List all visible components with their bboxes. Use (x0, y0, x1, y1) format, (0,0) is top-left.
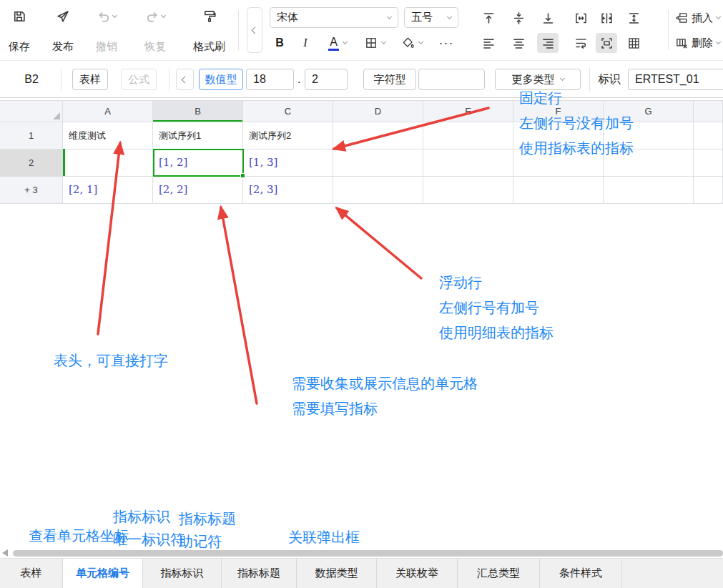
cell-c2[interactable]: [1, 3] (243, 150, 333, 177)
cell-partial[interactable] (694, 150, 723, 177)
align-top-button[interactable] (478, 8, 499, 28)
integer-digits-input[interactable]: 18 (246, 69, 294, 90)
chevron-down-icon (559, 76, 564, 81)
toolbar-divider (668, 10, 669, 50)
cell-d2[interactable] (333, 150, 423, 177)
align-left-button[interactable] (478, 33, 499, 53)
select-all-corner[interactable] (0, 101, 63, 122)
tab-table-style[interactable]: 表样 (0, 559, 63, 588)
cell-partial[interactable] (694, 177, 723, 204)
font-color-letter: A (328, 35, 339, 51)
publish-button[interactable]: 发布 (49, 6, 77, 54)
tab-condition-style[interactable]: 条件样式 (540, 559, 622, 588)
insert-icon (675, 11, 688, 24)
fixed-row-note: 固定行 左侧行号没有加号 使用指标表的指标 (519, 86, 634, 161)
column-header-c[interactable]: C (243, 101, 333, 122)
cell-reference[interactable]: B2 (10, 69, 53, 90)
format-painter-button[interactable]: 格式刷 (190, 6, 228, 54)
publish-label: 发布 (52, 40, 74, 53)
tab-cell-number[interactable]: 单元格编号 (63, 559, 143, 588)
align-right-icon (541, 36, 555, 50)
italic-button[interactable]: I (295, 33, 316, 53)
borders-button[interactable] (359, 33, 390, 53)
cell-a2[interactable] (63, 150, 153, 177)
decimal-digits-input[interactable]: 2 (305, 69, 348, 90)
border-icon (365, 36, 378, 49)
more-format-options-button[interactable]: ··· (433, 33, 459, 53)
redo-icon (145, 9, 159, 24)
tab-data-type[interactable]: 数据类型 (297, 559, 377, 588)
bold-button[interactable]: B (269, 33, 290, 53)
undo-button[interactable]: 撤销 (93, 6, 120, 54)
wrap-text-button[interactable] (570, 33, 591, 53)
align-bottom-icon (541, 11, 555, 25)
scroll-left-icon[interactable] (2, 549, 8, 557)
redo-button[interactable]: 恢复 (142, 6, 169, 54)
font-family-select[interactable]: 宋体 (270, 7, 398, 28)
fit-row-height-icon (627, 11, 641, 25)
row-header-2[interactable]: 2 (0, 150, 63, 177)
align-middle-button[interactable] (508, 8, 529, 28)
cell-a1[interactable]: 维度测试 (63, 122, 153, 150)
sheet-tab-bar: 表样 单元格编号 指标标识 指标标题 数据类型 关联枚举 汇总类型 条件样式 (0, 558, 723, 588)
cell-b1[interactable]: 测试序列1 (153, 122, 243, 150)
save-button[interactable]: 保存 (6, 6, 33, 54)
row-header-3-floating[interactable]: + 3 (0, 177, 63, 204)
tab-related-enum[interactable]: 关联枚举 (377, 559, 458, 588)
char-type-button[interactable]: 字符型 (363, 69, 416, 90)
cell-d1[interactable] (333, 122, 423, 150)
save-icon (12, 7, 26, 26)
delete-button[interactable]: 删除 (675, 33, 720, 53)
column-header-d[interactable]: D (333, 101, 423, 122)
insert-button[interactable]: 插入 (675, 8, 720, 28)
horizontal-scrollbar[interactable] (13, 550, 723, 557)
borders-grid-icon (627, 36, 641, 50)
cell-c1[interactable]: 测试序列2 (243, 122, 333, 150)
divider (61, 68, 62, 91)
split-cells-button[interactable] (596, 8, 617, 28)
fit-row-height-button[interactable] (623, 8, 644, 28)
align-center-button[interactable] (508, 33, 529, 53)
cell-g3[interactable] (604, 177, 694, 204)
identifier-input[interactable]: ERTEST_01 (628, 69, 723, 90)
cell-a3[interactable]: [2, 1] (63, 177, 153, 204)
column-header-partial[interactable] (694, 101, 723, 122)
all-borders-grid-button[interactable] (623, 33, 644, 53)
column-header-a[interactable]: A (63, 101, 153, 122)
fill-color-button[interactable] (396, 33, 428, 53)
align-bottom-button[interactable] (537, 8, 559, 28)
char-length-input[interactable] (418, 69, 485, 90)
table-style-button[interactable]: 表样 (72, 69, 108, 90)
tab-indicator-title[interactable]: 指标标题 (222, 559, 297, 588)
column-header-b[interactable]: B (153, 101, 243, 122)
cell-c3[interactable]: [2, 3] (243, 177, 333, 204)
undo-options-chevron-icon[interactable] (112, 13, 117, 18)
delete-label: 删除 (692, 36, 713, 50)
font-color-button[interactable]: A (322, 33, 353, 53)
redo-options-chevron-icon[interactable] (161, 13, 166, 18)
cell-e3[interactable] (423, 177, 513, 204)
cell-b2-selected[interactable]: [1, 2] (153, 150, 243, 177)
align-right-button[interactable] (537, 33, 559, 53)
collapse-toolbar-button[interactable] (247, 7, 262, 53)
fit-column-width-button[interactable] (570, 8, 591, 28)
tab-summary-type[interactable]: 汇总类型 (458, 559, 540, 588)
cell-partial[interactable] (694, 122, 723, 150)
font-family-value: 宋体 (277, 11, 388, 24)
cell-b3[interactable]: [2, 2] (153, 177, 243, 204)
tab-indicator-id[interactable]: 指标标识 (143, 559, 222, 588)
cell-e2[interactable] (423, 150, 513, 177)
split-cells-icon (600, 11, 614, 25)
formula-button[interactable]: 公式 (121, 69, 157, 90)
merge-cells-button[interactable] (596, 33, 617, 53)
cell-d3[interactable] (333, 177, 423, 204)
row-header-1[interactable]: 1 (0, 122, 63, 150)
collapse-type-section-button[interactable] (176, 69, 194, 90)
format-painter-label: 格式刷 (193, 40, 225, 53)
font-size-select[interactable]: 五号 (404, 7, 458, 28)
undo-icon (97, 9, 111, 24)
cell-f3[interactable] (513, 177, 604, 204)
column-header-e[interactable]: E (423, 101, 513, 122)
numeric-type-button[interactable]: 数值型 (199, 69, 243, 90)
cell-e1[interactable] (423, 122, 513, 150)
